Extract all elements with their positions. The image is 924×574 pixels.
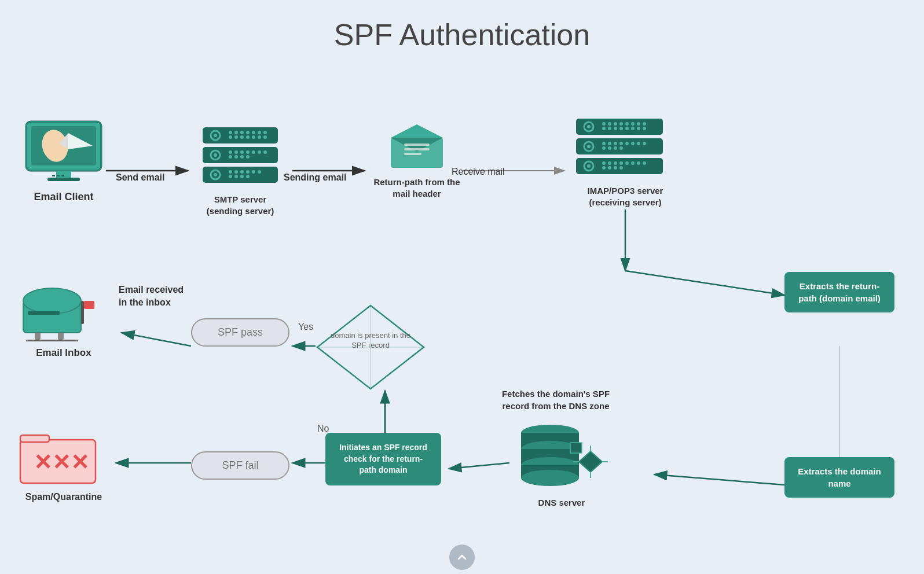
page-title: SPF Authentication: [0, 0, 924, 58]
svg-line-7: [625, 271, 784, 295]
svg-point-41: [246, 135, 250, 139]
svg-point-47: [214, 153, 217, 157]
envelope-icon: [388, 122, 446, 171]
svg-point-57: [240, 155, 244, 159]
svg-point-43: [258, 135, 261, 139]
imap-server: IMAP/POP3 server(receiving server): [567, 116, 683, 208]
email-inbox-label: Email Inbox: [12, 347, 116, 359]
svg-line-15: [122, 333, 191, 346]
svg-point-98: [602, 142, 606, 145]
yes-label: Yes: [298, 322, 313, 332]
smtp-server: SMTP server(sending server): [191, 124, 289, 216]
svg-point-112: [587, 164, 591, 168]
svg-point-121: [602, 166, 606, 170]
svg-rect-134: [58, 333, 64, 340]
diamond-label: domain is present in the SPF record: [329, 331, 412, 351]
svg-point-35: [252, 131, 255, 134]
fetches-label: Fetches the domain's SPF record from the…: [492, 388, 619, 412]
svg-point-113: [602, 161, 606, 165]
svg-point-85: [637, 122, 640, 126]
svg-point-49: [234, 150, 238, 154]
svg-point-32: [234, 131, 238, 134]
extracts-return-path-box: Extracts the return-path (domain email): [784, 272, 894, 312]
svg-marker-148: [579, 451, 602, 472]
svg-text:✕: ✕: [34, 450, 52, 474]
svg-text:✕: ✕: [52, 450, 71, 474]
svg-point-87: [602, 127, 606, 130]
svg-point-108: [614, 146, 617, 150]
svg-point-30: [214, 134, 217, 137]
svg-point-68: [229, 175, 232, 178]
email-client-icon: [23, 116, 104, 185]
svg-rect-137: [20, 435, 49, 442]
svg-point-101: [619, 142, 623, 145]
extracts-domain-name-box: Extracts the domain name: [784, 457, 894, 498]
svg-point-71: [246, 175, 250, 178]
svg-point-120: [643, 161, 646, 165]
svg-rect-153: [570, 443, 582, 453]
svg-point-58: [246, 155, 250, 159]
svg-point-102: [625, 142, 629, 145]
spam-folder: ✕ ✕ ✕ Spam/Quarantine: [12, 428, 116, 502]
svg-point-33: [240, 131, 244, 134]
svg-point-104: [637, 142, 640, 145]
svg-rect-22: [56, 171, 71, 178]
no-label: No: [317, 424, 329, 434]
svg-point-86: [643, 122, 646, 126]
dns-server-icon: [509, 417, 614, 492]
svg-point-34: [246, 131, 250, 134]
svg-point-100: [614, 142, 617, 145]
svg-point-36: [258, 131, 261, 134]
smtp-label: SMTP server(sending server): [191, 194, 289, 216]
return-path-label: Return-path from the mail header: [371, 176, 463, 199]
svg-rect-23: [47, 178, 80, 181]
svg-point-54: [263, 150, 267, 154]
svg-rect-131: [81, 301, 84, 324]
svg-rect-74: [404, 148, 430, 150]
svg-point-48: [229, 150, 232, 154]
svg-line-9: [654, 474, 784, 485]
svg-point-88: [608, 127, 611, 130]
svg-point-38: [229, 135, 232, 139]
svg-point-42: [252, 135, 255, 139]
svg-point-44: [263, 135, 267, 139]
svg-point-37: [263, 131, 267, 134]
spf-fail-pill: SPF fail: [191, 451, 289, 480]
svg-line-10: [449, 463, 509, 469]
svg-point-63: [234, 170, 238, 174]
svg-point-78: [587, 125, 591, 128]
svg-point-66: [252, 170, 255, 174]
svg-rect-26: [61, 175, 64, 176]
svg-point-107: [608, 146, 611, 150]
email-client: Email Client: [17, 116, 110, 203]
svg-point-52: [252, 150, 255, 154]
svg-point-79: [602, 122, 606, 126]
svg-rect-130: [28, 311, 60, 315]
svg-point-97: [587, 145, 591, 148]
svg-point-114: [608, 161, 611, 165]
svg-point-122: [608, 166, 611, 170]
svg-rect-73: [404, 144, 430, 146]
svg-point-50: [240, 150, 244, 154]
svg-point-103: [631, 142, 635, 145]
smtp-server-icon: [197, 124, 284, 188]
svg-text:✕: ✕: [71, 450, 89, 474]
svg-rect-75: [404, 153, 421, 155]
svg-rect-25: [57, 175, 60, 176]
imap-server-icon: [570, 116, 680, 179]
svg-point-91: [625, 127, 629, 130]
chevron-up-icon: [455, 550, 469, 564]
dns-label: DNS server: [509, 498, 614, 507]
svg-point-105: [643, 142, 646, 145]
svg-point-69: [234, 175, 238, 178]
svg-point-109: [619, 146, 623, 150]
return-path: Return-path from the mail header: [371, 122, 463, 199]
svg-point-53: [258, 150, 261, 154]
scroll-indicator[interactable]: [449, 544, 475, 570]
send-email-label: Send email: [116, 172, 164, 183]
svg-point-147: [521, 470, 579, 486]
initiates-box: Initiates an SPF recordcheck for the ret…: [325, 433, 441, 485]
svg-point-61: [214, 173, 217, 176]
svg-point-40: [240, 135, 244, 139]
svg-point-67: [258, 170, 261, 174]
